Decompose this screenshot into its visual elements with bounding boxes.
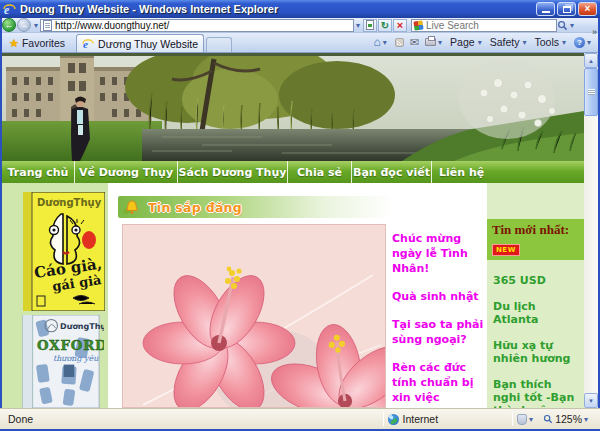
zoom-level[interactable]: 125% — [555, 413, 582, 425]
scroll-down-button[interactable]: ▼ — [584, 393, 598, 408]
nav-ban-doc-viet[interactable]: Bạn đọc viết — [352, 161, 432, 183]
scroll-down-icon: ▼ — [588, 398, 594, 404]
search-icon[interactable] — [557, 20, 568, 31]
back-icon: ← — [5, 20, 14, 30]
page-menu-label: Page — [450, 36, 475, 48]
tools-menu-label: Tools — [534, 36, 559, 48]
browser-window: e Duong Thuy Website - Windows Internet … — [0, 0, 600, 431]
ie-tab-icon: e — [82, 38, 94, 50]
section-title: Tin sắp đăng — [148, 200, 242, 215]
bell-icon — [122, 199, 140, 216]
link-365-usd[interactable]: 365 USD — [493, 274, 578, 287]
forward-button[interactable]: → — [17, 18, 31, 32]
new-tab-button[interactable] — [206, 37, 232, 52]
status-separator — [383, 412, 384, 426]
section-header: Tin sắp đăng — [118, 196, 392, 218]
stop-button[interactable]: × — [393, 19, 407, 32]
link-du-lich-atlanta[interactable]: Du lịch Atlanta — [493, 300, 578, 326]
home-button[interactable]: ⌂▾ — [371, 34, 392, 50]
internet-zone-icon — [388, 414, 399, 425]
safety-menu[interactable]: Safety▾ — [487, 34, 532, 50]
close-button[interactable]: × — [578, 2, 597, 16]
back-button[interactable]: ← — [2, 18, 16, 32]
print-button[interactable]: ▾ — [422, 34, 447, 50]
safety-dropdown-icon: ▾ — [520, 38, 528, 47]
refresh-button[interactable]: ↻ — [378, 19, 392, 32]
safety-menu-label: Safety — [490, 36, 520, 48]
protected-mode-dropdown[interactable]: ▾ — [527, 415, 535, 424]
scrollbar-thumb[interactable] — [584, 68, 598, 116]
favorites-label: Favorites — [22, 37, 65, 49]
mail-icon: ✉ — [410, 36, 419, 49]
compatibility-button[interactable] — [363, 19, 377, 32]
zoom-icon — [543, 414, 553, 424]
compatibility-icon — [366, 20, 374, 30]
nav-ve-duong-thuy[interactable]: Về Dương Thụy — [75, 161, 178, 183]
feeds-button[interactable] — [392, 34, 407, 50]
article-image-frame — [122, 224, 386, 408]
banner-photo — [2, 53, 584, 161]
vertical-scrollbar[interactable]: ▲ ▼ — [584, 53, 598, 408]
home-icon: ⌂ — [374, 35, 381, 49]
address-input[interactable] — [55, 20, 351, 31]
tools-menu[interactable]: Tools▾ — [531, 34, 571, 50]
page-menu[interactable]: Page▾ — [447, 34, 487, 50]
history-dropdown[interactable]: ▾ — [32, 21, 40, 30]
right-sidebar: Tin mới nhất: NEW 365 USD Du lịch Atlant… — [487, 183, 584, 408]
help-icon: ? — [574, 37, 585, 48]
favorites-button[interactable]: ★ Favorites — [4, 35, 70, 51]
link-qua-sinh-nhat[interactable]: Quà sinh nhật — [392, 289, 484, 304]
status-text: Done — [8, 413, 33, 425]
latest-news-links: 365 USD Du lịch Atlanta Hữu xạ tự nhiên … — [487, 260, 584, 408]
link-tai-sao[interactable]: Tại sao ta phải sùng ngoại? — [392, 317, 484, 347]
book-cover-cao-gia-gai-gia[interactable]: DươngThụy Cáo già, gái già — [23, 192, 105, 311]
search-options-dropdown[interactable]: ▾ — [568, 21, 576, 30]
tab-duong-thuy-website[interactable]: e Dương Thuy Website — [76, 34, 204, 52]
nav-trang-chu[interactable]: Trang chủ — [2, 161, 75, 183]
address-bar: ← → ▾ ▾ ↻ × ▾ — [0, 18, 600, 33]
svg-text:thương yêu: thương yêu — [53, 354, 99, 363]
home-dropdown-icon: ▾ — [381, 38, 389, 47]
link-ban-thich-nghi[interactable]: Bạn thích nghi tốt -Bạn thành công — [493, 378, 578, 408]
restore-icon — [563, 6, 571, 13]
link-huu-xa[interactable]: Hữu xạ tự nhiên hương — [493, 339, 578, 365]
chevron-icon[interactable]: » — [592, 27, 597, 37]
window-title: Duong Thuy Website - Windows Internet Ex… — [20, 3, 534, 15]
read-mail-button[interactable]: ✉ — [407, 34, 422, 50]
search-box[interactable] — [411, 19, 557, 32]
latest-news-header: Tin mới nhất: NEW — [487, 219, 584, 260]
address-dropdown[interactable]: ▾ — [354, 21, 362, 30]
tabs-bar: » ★ Favorites e Dương Thuy Website ⌂▾ ✉ … — [0, 33, 600, 53]
page-body: DươngThụy Cáo già, gái già — [2, 183, 584, 408]
page-icon — [43, 20, 52, 31]
restore-button[interactable] — [557, 2, 576, 16]
ie-logo-icon: e — [3, 3, 16, 16]
address-field[interactable] — [40, 19, 354, 32]
main-content: Tin sắp đăng — [108, 183, 487, 408]
print-icon — [425, 38, 436, 46]
live-search-logo-icon — [413, 20, 423, 30]
scroll-up-button[interactable]: ▲ — [584, 53, 598, 68]
scroll-up-icon: ▲ — [588, 58, 594, 64]
search-input[interactable] — [426, 20, 554, 31]
page-dropdown-icon: ▾ — [476, 38, 484, 47]
book-cover-oxford-thuong-yeu[interactable]: DươngThụy OXFORD thương yêu — [18, 315, 104, 408]
minimize-button[interactable] — [536, 2, 555, 16]
nav-lien-he[interactable]: Liên hệ — [432, 161, 584, 183]
link-chuc-mung[interactable]: Chúc mừng ngày lễ Tình Nhân! — [392, 231, 484, 276]
minimize-icon — [542, 10, 550, 13]
nav-sach-duong-thuy[interactable]: Sách Dương Thụy — [178, 161, 288, 183]
zoom-dropdown[interactable]: ▾ — [582, 415, 590, 424]
internet-zone-label: Internet — [403, 413, 439, 425]
forward-icon: → — [20, 20, 29, 30]
nav-chia-se[interactable]: Chia sẻ — [288, 161, 352, 183]
stop-icon: × — [397, 19, 403, 31]
link-ren-cac-duc-tinh[interactable]: Rèn các đức tính chuẩn bị xin việc — [392, 360, 484, 405]
close-icon: × — [585, 4, 591, 14]
command-bar: ⌂▾ ✉ ▾ Page▾ Safety▾ Tools▾ ?▾ — [371, 32, 600, 52]
status-bar: Done Internet ▾ 125% ▾ — [0, 408, 600, 429]
left-sidebar: DươngThụy Cáo già, gái già — [2, 183, 108, 408]
new-badge: NEW — [492, 244, 520, 256]
latest-news-title: Tin mới nhất: — [492, 222, 579, 238]
svg-text:DươngThụy: DươngThụy — [37, 197, 102, 208]
